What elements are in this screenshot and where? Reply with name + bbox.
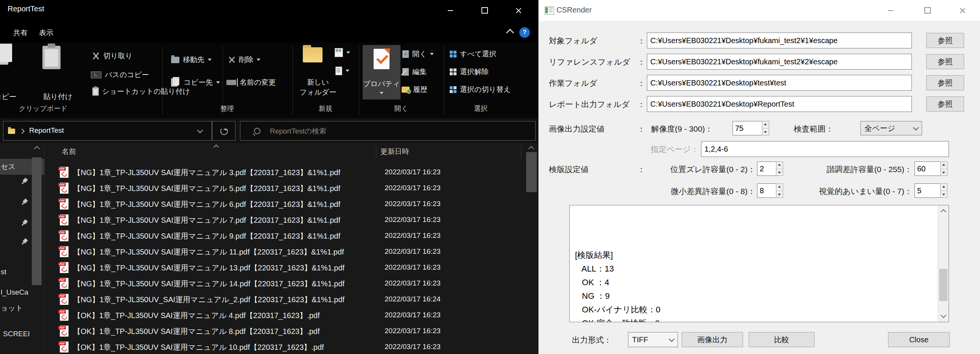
file-row[interactable]: 【NG】1章_TP-JL350UV SAI運用マニュアル 3.pdf【22031… [0,165,526,180]
minor-diff-tolerance-spinner[interactable]: 8 [757,183,783,198]
spinner-arrows[interactable] [762,121,769,135]
spin-up-icon[interactable] [941,162,947,169]
spinner-arrows[interactable] [776,183,783,198]
file-row[interactable]: 【NG】1章_TP-JL350UV SAI運用マニュアル 14.pdf【2203… [0,276,526,292]
file-modified-date: 2022/03/17 16:23 [385,311,441,319]
address-bar[interactable]: ReportTest [3,121,212,141]
file-row[interactable]: 【NG】1章_TP-JL350UV SAI運用マニュアル 11.pdf【2203… [0,244,526,260]
sidebar-scroll-up-icon[interactable] [34,146,40,152]
select-all-button[interactable]: すべて選択 [450,47,496,61]
spin-down-icon[interactable] [941,169,947,176]
scroll-up-icon[interactable] [941,209,947,215]
new-folder-button[interactable] [303,47,323,62]
spin-up-icon[interactable] [941,184,947,190]
refresh-button[interactable] [212,121,235,141]
list-scrollbar[interactable] [526,152,537,192]
csrender-minimize-button[interactable] [879,0,902,21]
tone-tolerance-spinner[interactable]: 60 [915,162,947,176]
file-row[interactable]: 【NG】1章_TP-JL350UV SAI運用マニュアル 7.pdf【22031… [0,212,526,228]
delete-button[interactable]: 削除 [228,53,261,67]
folder-path-input[interactable]: C:¥Users¥EB030221¥Desktop¥ReportTest [647,96,912,112]
column-header-name[interactable]: 名前 [62,147,76,157]
folder-path-input[interactable]: C:¥Users¥EB030221¥Desktop¥fukami_test2¥2… [647,54,912,70]
new-folder-label-line1[interactable]: 新しい [291,78,344,87]
browse-button[interactable]: 参照 [926,54,964,69]
spin-down-icon[interactable] [762,128,769,135]
field-label: リファレンスフォルダ [549,57,630,67]
column-divider[interactable] [521,145,521,158]
result-line: OK-バイナリ比較：0 [575,303,938,317]
edit-button[interactable]: 編集 [402,65,426,79]
select-none-button[interactable]: 選択解除 [450,65,489,79]
position-tolerance-spinner[interactable]: 2 [757,162,783,176]
file-row[interactable]: 【NG】1章_TP-JL350UV SAI運用マニュアル 9.pdf【22031… [0,228,526,244]
spinner-arrows[interactable] [940,162,947,176]
ribbon-collapse-button[interactable] [507,30,513,35]
file-row[interactable]: 【NG】1章_TP-JL350UV SAI運用マニュアル 13.pdf【2203… [0,260,526,276]
copy-to-button[interactable]: コピー先 [171,76,220,89]
copy-path-button[interactable]: \... パスのコピー [91,68,149,82]
browse-button[interactable]: 参照 [926,75,964,90]
result-line: NG ：9 [575,289,938,303]
properties-button[interactable]: プロパティ [363,45,401,100]
csrender-maximize-button[interactable] [916,0,939,21]
spinner-arrows[interactable] [776,162,783,176]
cut-button[interactable]: 切り取り [92,49,132,63]
output-format-dropdown[interactable]: TIFF [628,332,678,347]
breadcrumb[interactable]: ReportTest [29,126,64,135]
spin-down-icon[interactable] [941,190,947,198]
browse-button[interactable]: 参照 [926,97,964,111]
spinner-arrows[interactable] [940,183,947,198]
new-folder-label-line2[interactable]: フォルダー [291,87,344,97]
paste-button[interactable]: 貼り付け [30,92,86,102]
file-row[interactable]: 【NG】1章_TP-JL350UV SAI運用マニュアル 5.pdf【22031… [0,180,526,196]
file-row[interactable]: 【NG】1章_TP-JL350UV SAI運用マニュアル 6.pdf【22031… [0,196,526,212]
copy-button[interactable]: コピー [0,92,20,102]
folder-path-input[interactable]: C:¥Users¥EB030221¥Desktop¥fukami_test2¥1… [647,33,912,48]
spin-up-icon[interactable] [776,184,783,190]
visual-fuzziness-spinner[interactable]: 5 [915,183,947,198]
folder-path-input[interactable]: C:¥Users¥EB030221¥Desktop¥test¥test [647,75,912,91]
column-divider[interactable] [376,145,376,158]
close-button[interactable]: Close [888,332,950,347]
explorer-maximize-button[interactable] [468,0,501,21]
invert-selection-button[interactable]: 選択の切り替え [450,83,511,97]
spin-up-icon[interactable] [776,162,783,169]
pages-input[interactable]: 1,2,4-6 [701,141,949,157]
tab-view[interactable]: 表示 [39,28,53,38]
explorer-minimize-button[interactable] [433,0,468,21]
browse-button[interactable]: 参照 [926,33,964,48]
file-name: 【OK】1章_TP-JL350UV SAI運用マニュアル 8.pdf【22031… [73,326,320,337]
file-row[interactable]: 【OK】1章_TP-JL350UV SAI運用マニュアル 8.pdf【22031… [0,323,526,339]
list-scroll-up-icon[interactable] [528,146,535,152]
file-row[interactable]: 【OK】1章_TP-JL350UV SAI運用マニュアル 4.pdf【22031… [0,308,526,323]
image-output-button[interactable]: 画像出力 [682,332,743,347]
file-row[interactable]: 【NG】1章_TP-JL350UV_SAI運用マニュアル_2.pdf【22031… [0,292,526,308]
scroll-down-icon[interactable] [941,313,947,319]
results-scrollbar[interactable] [938,205,948,322]
rename-button[interactable]: 名前の変更 [226,76,275,89]
scroll-thumb[interactable] [939,269,947,301]
file-row[interactable]: 【OK】1章_TP-JL350UV SAI運用マニュアル 10.pdf【2203… [0,339,526,354]
open-button[interactable]: 開く [402,47,434,61]
spin-up-icon[interactable] [762,121,769,128]
csrender-close-button[interactable] [951,0,974,21]
address-dropdown-icon[interactable] [197,127,203,133]
new-item-button[interactable] [335,46,350,59]
resolution-spinner[interactable]: 75 [732,121,769,135]
scope-dropdown[interactable]: 全ページ [861,121,922,135]
search-input[interactable]: ReportTestの検索 [240,121,536,141]
compare-button[interactable]: 比較 [749,332,815,347]
csrender-window: CSRender 対象フォルダ ： C:¥Users¥EB030221¥Desk… [538,0,980,354]
tab-share[interactable]: 共有 [13,28,28,38]
spin-down-icon[interactable] [776,190,783,198]
move-to-button[interactable]: 移動先 [171,53,212,67]
column-header-modified[interactable]: 更新日時 [380,147,409,157]
easy-access-button[interactable] [336,64,349,78]
pdf-file-icon [60,230,68,241]
spin-down-icon[interactable] [776,169,783,176]
inspection-results-box[interactable]: [検版結果] ALL：13 OK ：4 NG ：9 OK-バイナリ比較：0 OK… [569,205,949,322]
history-button[interactable]: 履歴 [402,83,427,97]
explorer-close-button[interactable] [501,0,536,21]
help-button[interactable]: ? [519,27,530,38]
